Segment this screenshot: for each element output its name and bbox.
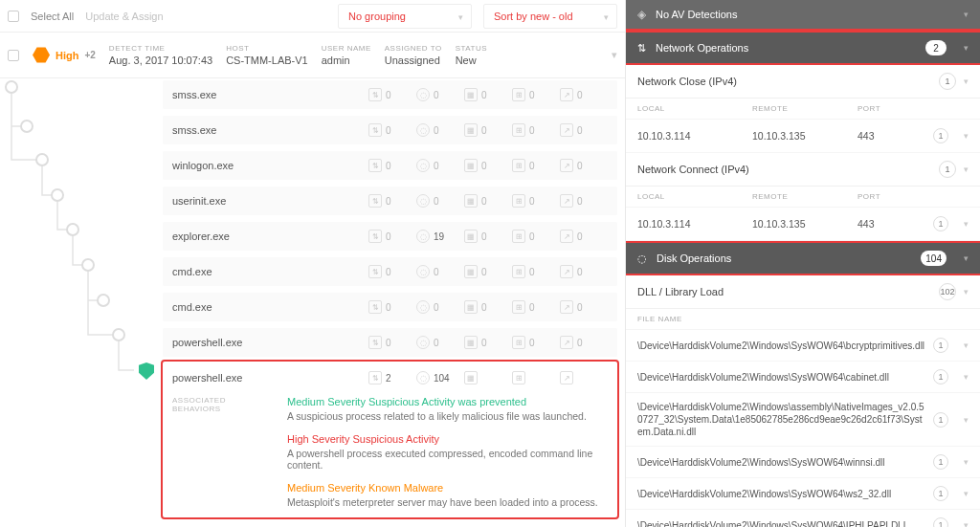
tree-node[interactable] [20, 120, 33, 133]
file-row[interactable]: \Device\HarddiskVolume2\Windows\SysWOW64… [626, 447, 980, 478]
metric-dns[interactable]: ⊞ [512, 371, 560, 384]
file-row[interactable]: \Device\HarddiskVolume2\Windows\SysWOW64… [626, 510, 980, 527]
process-row[interactable]: smss.exe⇅0◌0▦0⊞0↗0 [163, 80, 617, 109]
tree-node[interactable] [112, 328, 125, 341]
tree-node[interactable] [97, 294, 110, 307]
process-tree: smss.exe⇅0◌0▦0⊞0↗0smss.exe⇅0◌0▦0⊞0↗0winl… [0, 78, 625, 527]
metric-reg[interactable]: ▦0 [464, 194, 512, 208]
chevron-down-icon: ▾ [964, 415, 969, 425]
process-row[interactable]: explorer.exe⇅0◌19▦0⊞0↗0 [163, 222, 617, 251]
process-row[interactable]: powershell.exe⇅0◌0▦0⊞0↗0 [163, 328, 617, 357]
metric-other[interactable]: ↗0 [560, 88, 608, 101]
count-badge: 104 [921, 251, 947, 266]
network-section-header[interactable]: ⇅ Network Operations 2 ▾ [626, 31, 980, 65]
metric-reg[interactable]: ▦0 [464, 88, 512, 101]
file-name: \Device\HarddiskVolume2\Windows\SysWOW64… [637, 340, 925, 352]
metric-other[interactable]: ↗0 [560, 194, 608, 208]
process-row[interactable]: cmd.exe⇅0◌0▦0⊞0↗0 [163, 293, 617, 321]
metric-dns[interactable]: ⊞0 [512, 88, 560, 101]
chevron-down-icon[interactable]: ▾ [612, 49, 617, 61]
metric-dns[interactable]: ⊞0 [512, 194, 560, 208]
grouping-dropdown[interactable]: No grouping▾ [338, 4, 472, 29]
dll-load-header[interactable]: DLL / Library Load 102 ▾ [626, 275, 980, 309]
file-row[interactable]: \Device\HarddiskVolume2\Windows\SysWOW64… [626, 478, 980, 510]
chevron-down-icon: ▾ [964, 165, 969, 174]
tree-node[interactable] [35, 153, 49, 166]
metric-other[interactable]: ↗ [560, 371, 608, 384]
metric-net[interactable]: ⇅0 [368, 230, 416, 243]
metric-reg[interactable]: ▦0 [464, 230, 512, 243]
file-row[interactable]: \Device\HarddiskVolume2\Windows\assembly… [626, 393, 980, 447]
chevron-down-icon: ▾ [964, 372, 969, 382]
metric-other[interactable]: ↗0 [560, 265, 608, 278]
select-all-button[interactable]: Select All [31, 11, 74, 22]
process-name: explorer.exe [172, 231, 368, 242]
process-name: smss.exe [172, 124, 368, 136]
metric-dns[interactable]: ⊞0 [512, 123, 560, 137]
metric-net[interactable]: ⇅0 [368, 265, 416, 278]
metric-other[interactable]: ↗0 [560, 336, 608, 349]
severity-icon [33, 47, 50, 64]
row-checkbox[interactable] [8, 50, 19, 61]
process-row[interactable]: userinit.exe⇅0◌0▦0⊞0↗0 [163, 187, 617, 215]
tree-node[interactable] [81, 258, 95, 272]
metric-reg[interactable]: ▦0 [464, 300, 512, 314]
chevron-down-icon: ▾ [964, 489, 969, 498]
tree-node[interactable] [5, 80, 18, 94]
metric-reg[interactable]: ▦0 [464, 265, 512, 278]
metric-dns[interactable]: ⊞0 [512, 230, 560, 243]
metric-dns[interactable]: ⊞0 [512, 159, 560, 172]
update-assign-button[interactable]: Update & Assign [85, 11, 163, 22]
disk-section-header[interactable]: ◌ Disk Operations 104 ▾ [626, 241, 980, 275]
process-row[interactable]: winlogon.exe⇅0◌0▦0⊞0↗0 [163, 151, 617, 180]
metric-dns[interactable]: ⊞0 [512, 300, 560, 314]
table-row[interactable]: 10.10.3.11410.10.3.135443 1▾ [626, 208, 980, 241]
toolbar: Select All Update & Assign No grouping▾ … [0, 0, 625, 33]
metric-disk[interactable]: ◌0 [416, 123, 464, 137]
status-col: STATUSNew [456, 44, 487, 66]
metric-reg[interactable]: ▦0 [464, 159, 512, 172]
metric-disk[interactable]: ◌0 [416, 336, 464, 349]
metric-net[interactable]: ⇅0 [368, 159, 416, 172]
metric-disk[interactable]: ◌0 [416, 88, 464, 101]
process-row[interactable]: cmd.exe⇅0◌0▦0⊞0↗0 [163, 257, 617, 286]
metric-dns[interactable]: ⊞0 [512, 265, 560, 278]
behavior-desc: A powershell process executed compressed… [287, 448, 608, 471]
sort-dropdown[interactable]: Sort by new - old▾ [483, 4, 617, 29]
metric-net[interactable]: ⇅0 [368, 194, 416, 208]
file-row[interactable]: \Device\HarddiskVolume2\Windows\SysWOW64… [626, 362, 980, 393]
metric-net[interactable]: ⇅0 [368, 300, 416, 314]
network-connect-header[interactable]: Network Connect (IPv4) 1 ▾ [626, 153, 980, 187]
network-close-header[interactable]: Network Close (IPv4) 1 ▾ [626, 65, 980, 99]
metric-other[interactable]: ↗0 [560, 300, 608, 314]
metric-disk[interactable]: ◌104 [416, 371, 464, 384]
metric-disk[interactable]: ◌0 [416, 265, 464, 278]
tree-node[interactable] [66, 223, 79, 236]
process-row-selected[interactable]: powershell.exe ⇅2 ◌104 ▦ ⊞ ↗ ASSOCIATED … [163, 362, 617, 517]
metric-net[interactable]: ⇅2 [368, 371, 416, 384]
metric-net[interactable]: ⇅0 [368, 123, 416, 137]
metric-dns[interactable]: ⊞0 [512, 336, 560, 349]
metric-disk[interactable]: ◌19 [416, 230, 464, 243]
count-badge: 1 [939, 161, 956, 178]
table-row[interactable]: 10.10.3.11410.10.3.135443 1▾ [626, 120, 980, 153]
metric-net[interactable]: ⇅0 [368, 336, 416, 349]
metric-net[interactable]: ⇅0 [368, 88, 416, 101]
process-row[interactable]: smss.exe⇅0◌0▦0⊞0↗0 [163, 116, 617, 144]
metric-other[interactable]: ↗0 [560, 123, 608, 137]
file-row[interactable]: \Device\HarddiskVolume2\Windows\SysWOW64… [626, 330, 980, 362]
metric-reg[interactable]: ▦0 [464, 336, 512, 349]
metric-disk[interactable]: ◌0 [416, 159, 464, 172]
process-name: smss.exe [172, 89, 368, 100]
metric-disk[interactable]: ◌0 [416, 194, 464, 208]
metric-other[interactable]: ↗0 [560, 159, 608, 172]
av-section-header[interactable]: No AV Detections ▾ [626, 0, 980, 31]
count-badge: 1 [933, 454, 948, 470]
metric-disk[interactable]: ◌0 [416, 300, 464, 314]
metric-other[interactable]: ↗0 [560, 230, 608, 243]
select-all-checkbox[interactable] [8, 11, 19, 22]
metric-reg[interactable]: ▦0 [464, 123, 512, 137]
metric-reg[interactable]: ▦ [464, 371, 512, 384]
shield-icon [637, 8, 646, 21]
tree-node[interactable] [51, 188, 64, 202]
